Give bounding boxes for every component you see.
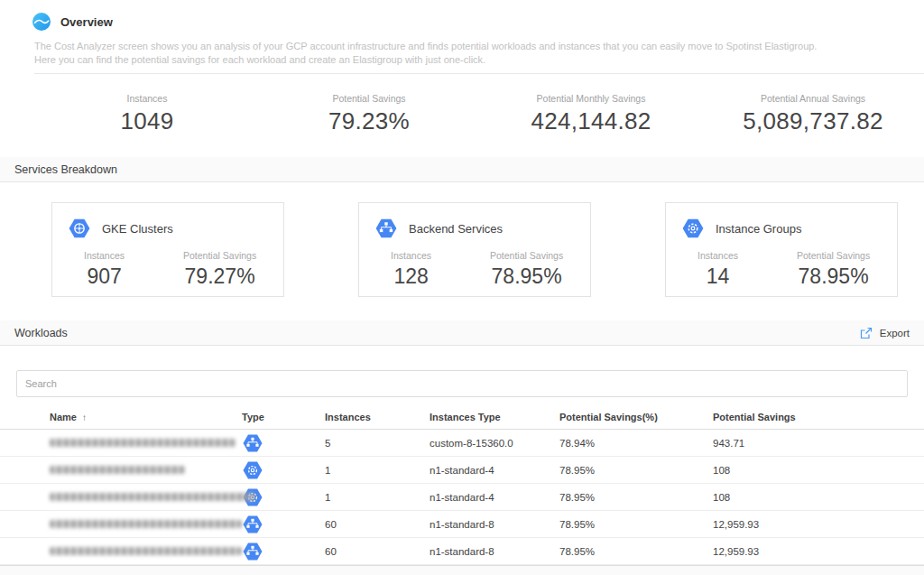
instance-groups-hexagon-icon [681,218,705,239]
services-breakdown-title: Services Breakdown [14,163,117,176]
gke-helm-hexagon-icon [68,218,91,239]
export-icon [859,326,873,340]
description-line-2: Here you can find the potential savings … [34,53,890,67]
workload-name-redacted [50,466,242,474]
table-footer: Page: 1 Rows per page: 5 1 - 5 of 47 [0,565,924,575]
cluster-hexagon-icon [242,515,325,534]
column-header-potential-savings[interactable]: Potential Savings [713,412,924,422]
export-button[interactable]: Export [859,326,910,340]
workloads-table-section: Name↑ Type Instances Instances Type Pote… [0,370,924,565]
card-instance-groups: Instance Groups Instances 14 Potential S… [665,202,898,297]
stat-value: 424,144.82 [480,107,702,135]
cost-analyzer-page: Overview The Cost Analyzer screen shows … [0,0,924,575]
workloads-title: Workloads [14,327,68,339]
stat-value: 1049 [36,107,258,135]
column-header-type[interactable]: Type [242,412,325,422]
card-title: Backend Services [409,222,503,236]
cell-instances-type: n1-standard-8 [430,546,559,557]
workloads-band: Workloads Export [0,320,924,346]
cell-savings-pct: 78.95% [559,492,713,503]
card-gke-clusters: GKE Clusters Instances 907 Potential Sav… [51,202,284,297]
card-savings-label: Potential Savings [463,250,590,261]
card-instances-value: 14 [666,264,770,289]
cell-savings: 12,959.93 [713,546,924,557]
card-instances-value: 907 [52,264,156,289]
card-title: GKE Clusters [102,222,173,236]
card-title: Instance Groups [716,222,801,236]
table-row[interactable]: 5 custom-8-15360.0 78.94% 943.71 [0,430,924,457]
cell-savings-pct: 78.94% [559,438,713,449]
workload-name-redacted [50,439,242,447]
card-instances-label: Instances [666,250,770,261]
stat-label: Potential Annual Savings [702,93,924,104]
column-header-instances[interactable]: Instances [325,412,430,422]
cell-instances: 1 [325,492,430,503]
stat-instances: Instances 1049 [36,93,258,135]
overview-section: Overview The Cost Analyzer screen shows … [0,0,924,157]
cell-instances-type: n1-standard-8 [430,519,559,530]
column-header-name[interactable]: Name↑ [50,412,242,422]
overview-header: Overview [32,12,924,32]
cell-savings: 12,959.93 [713,519,924,530]
cell-instances-type: custom-8-15360.0 [430,438,559,449]
workload-name-redacted [50,493,242,501]
card-savings-value: 78.95% [770,264,897,289]
column-header-instances-type[interactable]: Instances Type [430,412,559,422]
description-line-1: The Cost Analyzer screen shows you an an… [34,40,890,53]
column-header-potential-savings-pct[interactable]: Potential Savings(%) [559,412,713,422]
services-breakdown-band: Services Breakdown [0,157,924,182]
table-row[interactable]: 1 n1-standard-4 78.95% 108 [0,484,924,511]
cell-savings: 108 [713,492,924,503]
export-label: Export [880,328,910,339]
search-input[interactable] [16,370,908,397]
table-row[interactable]: 1 n1-standard-4 78.95% 108 [0,457,924,484]
cell-savings: 943.71 [713,438,924,449]
card-instances-label: Instances [359,250,463,261]
card-savings-value: 79.27% [156,264,283,289]
card-instances-label: Instances [52,250,156,261]
backend-services-hexagon-icon [374,218,398,239]
table-header-row: Name↑ Type Instances Instances Type Pote… [0,405,924,430]
cell-instances: 60 [325,519,430,530]
summary-stats: Instances 1049 Potential Savings 79.23% … [0,74,924,157]
table-row[interactable]: 60 n1-standard-8 78.95% 12,959.93 [0,538,924,565]
cell-instances-type: n1-standard-4 [430,492,559,503]
card-savings-label: Potential Savings [770,250,897,261]
sort-ascending-icon: ↑ [82,413,87,422]
stat-label: Potential Monthly Savings [480,93,702,104]
cluster-hexagon-icon [242,433,325,453]
card-instances-value: 128 [359,264,463,289]
workload-name-redacted [50,547,242,555]
instance-group-hexagon-icon [242,460,325,480]
cell-instances: 5 [325,438,430,449]
cell-instances: 60 [325,546,430,557]
pagination: Page: 1 Rows per page: 5 1 - 5 of 47 [601,566,924,575]
stat-value: 5,089,737.82 [702,107,924,135]
overview-description: The Cost Analyzer screen shows you an an… [34,40,890,67]
cell-instances-type: n1-standard-4 [430,465,559,476]
stat-annual-savings: Potential Annual Savings 5,089,737.82 [702,93,924,135]
cell-savings-pct: 78.95% [559,546,713,557]
page-title: Overview [60,15,113,29]
card-savings-label: Potential Savings [156,250,283,261]
cluster-hexagon-icon [242,542,325,561]
table-row[interactable]: 60 n1-standard-8 78.95% 12,959.93 [0,511,924,538]
stat-potential-savings: Potential Savings 79.23% [258,93,480,135]
stat-monthly-savings: Potential Monthly Savings 424,144.82 [480,93,702,135]
cell-savings-pct: 78.95% [559,465,713,476]
spotinst-logo-icon [32,13,51,31]
stat-value: 79.23% [258,107,480,135]
cell-savings: 108 [713,465,924,476]
services-cards: GKE Clusters Instances 907 Potential Sav… [0,182,924,320]
workload-name-redacted [50,520,242,528]
card-backend-services: Backend Services Instances 128 Potential… [358,202,591,297]
cell-savings-pct: 78.95% [559,519,713,530]
stat-label: Instances [36,93,258,104]
card-savings-value: 78.95% [463,264,590,289]
stat-label: Potential Savings [258,93,480,104]
cell-instances: 1 [325,465,430,476]
